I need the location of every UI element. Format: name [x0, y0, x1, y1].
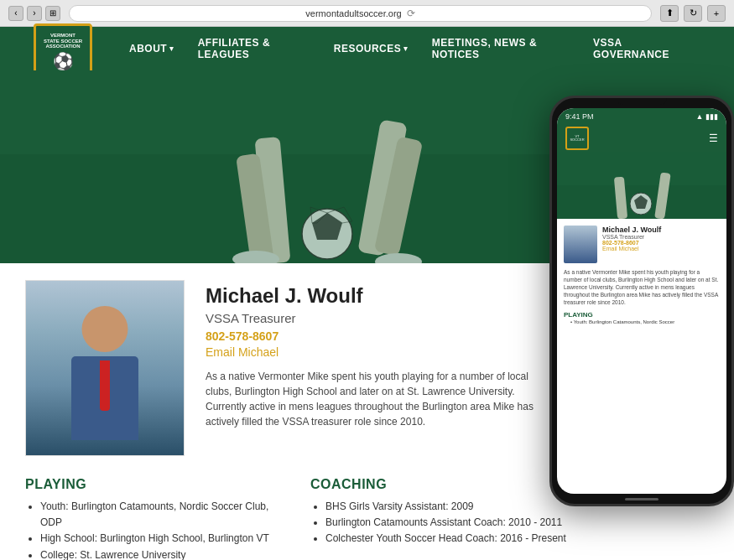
profile-photo-sim [26, 281, 184, 455]
profile-photo [25, 280, 185, 456]
mobile-hero [557, 152, 726, 219]
list-item: Colchester Youth Soccer Head Coach: 2016… [325, 531, 570, 547]
profile-name: Michael J. Woulf [206, 284, 545, 308]
mobile-logo-text: VTSOCCER [570, 135, 584, 143]
mobile-hero-svg [557, 152, 726, 219]
mobile-profile-photo [564, 226, 597, 263]
list-item: Youth: Burlington Catamounts, Nordic Soc… [40, 499, 285, 531]
back-button[interactable]: ‹ [8, 6, 23, 21]
mobile-device: 9:41 PM ▲ ▮▮▮ VTSOCCER ☰ [549, 96, 734, 506]
coaching-heading: COACHING [310, 477, 570, 492]
mobile-phone[interactable]: 802-578-8607 [602, 240, 661, 246]
nav-item-vssa[interactable]: VSSA GOVERNANCE [581, 37, 700, 60]
nav-menu: ABOUT ▾ AFFILIATES & LEAGUES RESOURCES ▾… [117, 37, 700, 60]
nav-vssa-label: VSSA GOVERNANCE [593, 37, 689, 60]
nav-resources-label: RESOURCES [334, 43, 402, 54]
url-text: vermontadultsoccer.org [305, 8, 401, 18]
mobile-playing-heading: PLAYING [564, 311, 720, 319]
mobile-status-bar: 9:41 PM ▲ ▮▮▮ [557, 108, 726, 125]
mobile-home-indicator [625, 498, 659, 500]
coaching-col: COACHING BHS Girls Varsity Assistant: 20… [310, 477, 570, 560]
coaching-list: BHS Girls Varsity Assistant: 2009 Burlin… [310, 499, 570, 547]
nav-about-label: ABOUT [129, 43, 167, 54]
profile-email-link[interactable]: Email Michael [206, 345, 545, 359]
nav-resources-arrow: ▾ [403, 44, 409, 53]
mobile-profile-section: Michael J. Woulf VSSA Treasurer 802-578-… [564, 226, 720, 263]
profile-section: Michael J. Woulf VSSA Treasurer 802-578-… [25, 280, 545, 456]
nav-affiliates-label: AFFILIATES & LEAGUES [198, 37, 310, 60]
nav-item-resources[interactable]: RESOURCES ▾ [322, 43, 420, 54]
list-item: Burlington Catamounts Assistant Coach: 2… [325, 515, 570, 531]
mobile-content: Michael J. Woulf VSSA Treasurer 802-578-… [557, 219, 726, 333]
browser-actions[interactable]: ⬆ ↻ + [660, 5, 726, 22]
logo-ball-icon: ⚽ [53, 51, 74, 71]
browser-chrome: ‹ › ⊞ vermontadultsoccer.org ⟳ ⬆ ↻ + [0, 0, 734, 27]
mobile-name: Michael J. Woulf [602, 226, 661, 234]
person-tie [100, 360, 110, 411]
mobile-bio: As a native Vermonter Mike spent his you… [564, 268, 720, 306]
nav-item-about[interactable]: ABOUT ▾ [117, 43, 186, 54]
mobile-logo: VTSOCCER [565, 127, 589, 150]
address-bar[interactable]: vermontadultsoccer.org ⟳ [69, 5, 652, 22]
new-tab-button[interactable]: + [707, 5, 726, 22]
playing-heading: PLAYING [25, 477, 285, 492]
mobile-screen: 9:41 PM ▲ ▮▮▮ VTSOCCER ☰ [557, 108, 726, 494]
list-item: High School: Burlington High School, Bur… [40, 531, 285, 547]
mobile-time: 9:41 PM [565, 112, 594, 121]
mobile-hamburger-icon[interactable]: ☰ [709, 132, 718, 144]
mobile-notch [617, 98, 667, 105]
mobile-icons: ▲ ▮▮▮ [696, 112, 718, 121]
svg-rect-19 [557, 152, 726, 219]
nav-item-meetings[interactable]: MEETINGS, NEWS & NOTICES [420, 37, 581, 60]
reload-button[interactable]: ↻ [684, 5, 702, 22]
profile-info: Michael J. Woulf VSSA Treasurer 802-578-… [206, 280, 545, 456]
logo-text: VERMONTSTATE SOCCERASSOCIATION [44, 33, 82, 49]
refresh-icon: ⟳ [407, 8, 415, 19]
playing-coaching-section: PLAYING Youth: Burlington Catamounts, No… [25, 477, 570, 560]
profile-phone[interactable]: 802-578-8607 [206, 329, 545, 343]
share-button[interactable]: ⬆ [660, 5, 679, 22]
playing-col: PLAYING Youth: Burlington Catamounts, No… [25, 477, 285, 560]
content-area: Michael J. Woulf VSSA Treasurer 802-578-… [0, 263, 734, 560]
list-item: BHS Girls Varsity Assistant: 2009 [325, 499, 570, 515]
nav-meetings-label: MEETINGS, NEWS & NOTICES [432, 37, 570, 60]
playing-list: Youth: Burlington Catamounts, Nordic Soc… [25, 499, 285, 560]
mobile-header: VTSOCCER ☰ [557, 125, 726, 152]
nav-about-arrow: ▾ [169, 44, 174, 53]
site-header: VERMONTSTATE SOCCERASSOCIATION ⚽ ABOUT ▾… [0, 27, 734, 70]
mobile-profile-info: Michael J. Woulf VSSA Treasurer 802-578-… [602, 226, 661, 263]
nav-item-affiliates[interactable]: AFFILIATES & LEAGUES [186, 37, 322, 60]
list-item: College: St. Lawrence University [40, 547, 285, 560]
mobile-email[interactable]: Email Michael [602, 246, 661, 251]
mobile-list-item: • Youth: Burlington Catamounts, Nordic S… [570, 319, 720, 326]
mobile-role: VSSA Treasurer [602, 234, 661, 240]
profile-title: VSSA Treasurer [206, 311, 545, 325]
person-head [82, 306, 128, 352]
profile-bio: As a native Vermonter Mike spent his you… [206, 369, 545, 429]
